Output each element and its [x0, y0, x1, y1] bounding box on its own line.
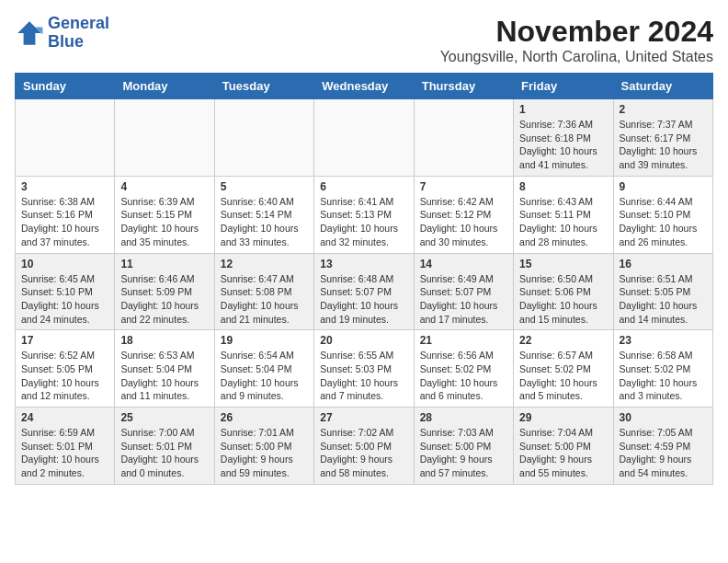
day-info: Sunrise: 7:00 AM Sunset: 5:01 PM Dayligh…: [120, 426, 208, 480]
title-block: November 2024 Youngsville, North Carolin…: [440, 15, 713, 65]
calendar-cell: [115, 99, 214, 177]
logo: General Blue: [15, 15, 109, 52]
calendar-cell: 11Sunrise: 6:46 AM Sunset: 5:09 PM Dayli…: [115, 253, 214, 330]
calendar-cell: 13Sunrise: 6:48 AM Sunset: 5:07 PM Dayli…: [314, 253, 414, 330]
day-number: 9: [620, 180, 707, 193]
calendar-cell: 12Sunrise: 6:47 AM Sunset: 5:08 PM Dayli…: [214, 253, 313, 330]
day-number: 21: [420, 334, 507, 347]
day-number: 10: [21, 258, 108, 270]
day-info: Sunrise: 6:58 AM Sunset: 5:02 PM Dayligh…: [620, 349, 707, 403]
calendar-cell: 25Sunrise: 7:00 AM Sunset: 5:01 PM Dayli…: [115, 408, 214, 485]
calendar-cell: 20Sunrise: 6:55 AM Sunset: 5:03 PM Dayli…: [314, 330, 414, 408]
day-info: Sunrise: 6:56 AM Sunset: 5:02 PM Dayligh…: [420, 349, 507, 403]
calendar-cell: 1Sunrise: 7:36 AM Sunset: 6:18 PM Daylig…: [514, 99, 613, 177]
day-info: Sunrise: 7:37 AM Sunset: 6:17 PM Dayligh…: [620, 118, 707, 172]
day-info: Sunrise: 6:50 AM Sunset: 5:06 PM Dayligh…: [519, 272, 607, 327]
day-number: 7: [420, 180, 507, 193]
day-number: 4: [120, 180, 208, 193]
calendar-week-row: 24Sunrise: 6:59 AM Sunset: 5:01 PM Dayli…: [16, 408, 713, 485]
day-info: Sunrise: 6:59 AM Sunset: 5:01 PM Dayligh…: [21, 426, 108, 480]
calendar-cell: 4Sunrise: 6:39 AM Sunset: 5:15 PM Daylig…: [115, 176, 214, 253]
day-info: Sunrise: 6:44 AM Sunset: 5:10 PM Dayligh…: [620, 195, 707, 249]
calendar-cell: 8Sunrise: 6:43 AM Sunset: 5:11 PM Daylig…: [514, 176, 613, 253]
day-info: Sunrise: 7:03 AM Sunset: 5:00 PM Dayligh…: [420, 426, 507, 480]
day-info: Sunrise: 6:52 AM Sunset: 5:05 PM Dayligh…: [21, 349, 108, 403]
day-number: 12: [221, 258, 308, 270]
logo-line2: Blue: [48, 33, 109, 52]
calendar-cell: 9Sunrise: 6:44 AM Sunset: 5:10 PM Daylig…: [613, 176, 712, 253]
calendar-header-row: SundayMondayTuesdayWednesdayThursdayFrid…: [16, 74, 713, 99]
calendar-cell: 26Sunrise: 7:01 AM Sunset: 5:00 PM Dayli…: [214, 408, 313, 485]
calendar-cell: 21Sunrise: 6:56 AM Sunset: 5:02 PM Dayli…: [414, 330, 513, 408]
day-info: Sunrise: 7:05 AM Sunset: 4:59 PM Dayligh…: [620, 426, 707, 480]
day-info: Sunrise: 6:54 AM Sunset: 5:04 PM Dayligh…: [221, 349, 308, 403]
calendar-cell: 16Sunrise: 6:51 AM Sunset: 5:05 PM Dayli…: [613, 253, 712, 330]
weekday-header: Sunday: [16, 74, 115, 99]
day-number: 16: [620, 258, 707, 270]
day-info: Sunrise: 6:49 AM Sunset: 5:07 PM Dayligh…: [420, 272, 507, 327]
day-number: 29: [519, 411, 607, 424]
day-info: Sunrise: 6:45 AM Sunset: 5:10 PM Dayligh…: [21, 272, 108, 327]
calendar-cell: 6Sunrise: 6:41 AM Sunset: 5:13 PM Daylig…: [314, 176, 414, 253]
calendar-cell: [314, 99, 414, 177]
logo-text: General Blue: [48, 15, 109, 52]
calendar-cell: 10Sunrise: 6:45 AM Sunset: 5:10 PM Dayli…: [16, 253, 115, 330]
day-info: Sunrise: 6:55 AM Sunset: 5:03 PM Dayligh…: [320, 349, 407, 403]
day-number: 17: [21, 334, 108, 347]
logo-line1: General: [48, 15, 109, 33]
day-info: Sunrise: 6:38 AM Sunset: 5:16 PM Dayligh…: [21, 195, 108, 249]
calendar-cell: [414, 99, 513, 177]
calendar-cell: 23Sunrise: 6:58 AM Sunset: 5:02 PM Dayli…: [613, 330, 712, 408]
day-number: 6: [320, 180, 407, 193]
day-info: Sunrise: 7:01 AM Sunset: 5:00 PM Dayligh…: [221, 426, 308, 480]
weekday-header: Monday: [115, 74, 214, 99]
day-number: 19: [221, 334, 308, 347]
day-info: Sunrise: 6:40 AM Sunset: 5:14 PM Dayligh…: [221, 195, 308, 249]
day-info: Sunrise: 6:41 AM Sunset: 5:13 PM Dayligh…: [320, 195, 407, 249]
weekday-header: Saturday: [613, 74, 712, 99]
day-number: 8: [519, 180, 607, 193]
day-number: 28: [420, 411, 507, 424]
logo-icon: [15, 18, 44, 48]
day-number: 30: [620, 411, 707, 424]
day-number: 27: [320, 411, 407, 424]
calendar-cell: 22Sunrise: 6:57 AM Sunset: 5:02 PM Dayli…: [514, 330, 613, 408]
day-number: 5: [221, 180, 308, 193]
day-number: 1: [519, 103, 607, 116]
day-info: Sunrise: 6:46 AM Sunset: 5:09 PM Dayligh…: [120, 272, 208, 327]
day-info: Sunrise: 7:36 AM Sunset: 6:18 PM Dayligh…: [519, 118, 607, 172]
calendar-cell: 7Sunrise: 6:42 AM Sunset: 5:12 PM Daylig…: [414, 176, 513, 253]
calendar-cell: 27Sunrise: 7:02 AM Sunset: 5:00 PM Dayli…: [314, 408, 414, 485]
day-info: Sunrise: 6:39 AM Sunset: 5:15 PM Dayligh…: [120, 195, 208, 249]
day-info: Sunrise: 6:51 AM Sunset: 5:05 PM Dayligh…: [620, 272, 707, 327]
day-info: Sunrise: 6:47 AM Sunset: 5:08 PM Dayligh…: [221, 272, 308, 327]
day-number: 14: [420, 258, 507, 270]
calendar-cell: 24Sunrise: 6:59 AM Sunset: 5:01 PM Dayli…: [16, 408, 115, 485]
day-number: 11: [120, 258, 208, 270]
day-number: 18: [120, 334, 208, 347]
svg-marker-0: [17, 21, 41, 45]
weekday-header: Thursday: [414, 74, 513, 99]
day-info: Sunrise: 6:53 AM Sunset: 5:04 PM Dayligh…: [120, 349, 208, 403]
day-info: Sunrise: 6:42 AM Sunset: 5:12 PM Dayligh…: [420, 195, 507, 249]
day-number: 13: [320, 258, 407, 270]
day-number: 15: [519, 258, 607, 270]
calendar-cell: [16, 99, 115, 177]
page-subtitle: Youngsville, North Carolina, United Stat…: [440, 49, 713, 65]
calendar-week-row: 17Sunrise: 6:52 AM Sunset: 5:05 PM Dayli…: [16, 330, 713, 408]
calendar-cell: 14Sunrise: 6:49 AM Sunset: 5:07 PM Dayli…: [414, 253, 513, 330]
calendar-week-row: 10Sunrise: 6:45 AM Sunset: 5:10 PM Dayli…: [16, 253, 713, 330]
day-info: Sunrise: 7:04 AM Sunset: 5:00 PM Dayligh…: [519, 426, 607, 480]
calendar-cell: 3Sunrise: 6:38 AM Sunset: 5:16 PM Daylig…: [16, 176, 115, 253]
day-number: 2: [620, 103, 707, 116]
day-number: 24: [21, 411, 108, 424]
day-info: Sunrise: 6:43 AM Sunset: 5:11 PM Dayligh…: [519, 195, 607, 249]
calendar-cell: 5Sunrise: 6:40 AM Sunset: 5:14 PM Daylig…: [214, 176, 313, 253]
day-number: 26: [221, 411, 308, 424]
calendar-cell: 30Sunrise: 7:05 AM Sunset: 4:59 PM Dayli…: [613, 408, 712, 485]
weekday-header: Tuesday: [214, 74, 313, 99]
calendar-week-row: 3Sunrise: 6:38 AM Sunset: 5:16 PM Daylig…: [16, 176, 713, 253]
day-number: 23: [620, 334, 707, 347]
calendar-cell: 17Sunrise: 6:52 AM Sunset: 5:05 PM Dayli…: [16, 330, 115, 408]
calendar-table: SundayMondayTuesdayWednesdayThursdayFrid…: [15, 73, 713, 485]
